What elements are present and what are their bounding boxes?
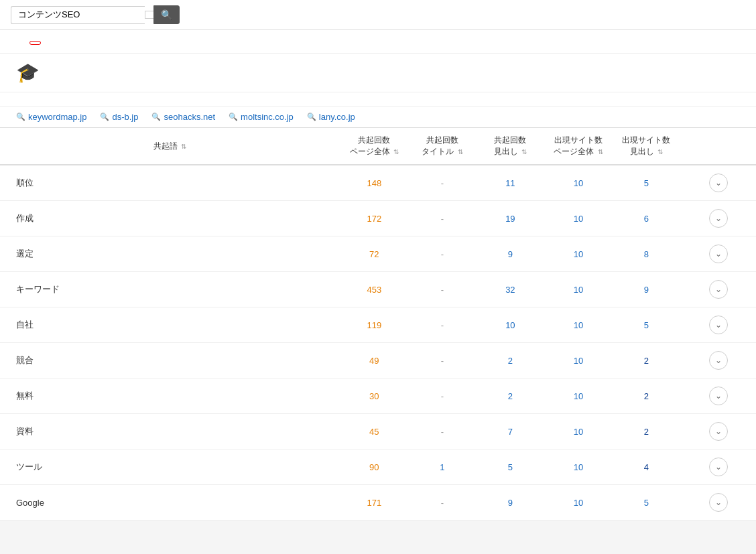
cell-keyword: 順位	[0, 165, 340, 201]
col-header-site-page[interactable]: 出現サイト数ページ全体 ⇅	[544, 128, 613, 165]
mascot-icon: 🎓	[16, 62, 40, 84]
cell-title-count: -	[408, 414, 477, 449]
cell-expand: ⌄	[680, 307, 756, 343]
cell-site-heading: 8	[613, 236, 681, 272]
expand-button[interactable]: ⌄	[709, 174, 728, 192]
table-row: ツール 90 1 5 10 4 ⌄	[0, 449, 756, 485]
cell-heading-count: 19	[477, 201, 545, 236]
cell-title-count: -	[408, 236, 477, 272]
cell-page-count: 148	[340, 165, 409, 201]
table-row: 無料 30 - 2 10 2 ⌄	[0, 378, 756, 414]
cell-keyword: Google	[0, 485, 340, 521]
table-row: Google 171 - 9 10 5 ⌄	[0, 485, 756, 521]
cell-site-heading: 2	[613, 414, 681, 449]
cell-heading-count: 10	[477, 307, 545, 343]
cell-heading-count: 9	[477, 485, 545, 521]
cell-keyword: 選定	[0, 236, 340, 272]
search-input[interactable]	[11, 6, 145, 24]
expand-button[interactable]: ⌄	[709, 351, 728, 370]
domain-tab-label: ds-b.jp	[112, 112, 138, 122]
cell-site-page: 10	[544, 343, 613, 378]
col-header-heading-count[interactable]: 共起回数見出し ⇅	[477, 128, 545, 165]
cell-page-count: 172	[340, 201, 409, 236]
table-header-row: 共起語 ⇅ 共起回数ページ全体 ⇅ 共起回数タイトル ⇅ 共起回数見出し ⇅ 出…	[0, 128, 756, 165]
col-header-site-heading[interactable]: 出現サイト数見出し ⇅	[613, 128, 681, 165]
title-area	[0, 30, 756, 54]
expand-button[interactable]: ⌄	[709, 245, 728, 263]
expand-button[interactable]: ⌄	[709, 387, 728, 405]
domain-tab-label: keywordmap.jp	[28, 112, 86, 122]
cell-page-count: 171	[340, 485, 409, 521]
cell-site-heading: 6	[613, 201, 681, 236]
cell-title-count: -	[408, 485, 477, 521]
cell-site-page: 10	[544, 272, 613, 307]
banner: 🎓	[0, 54, 756, 92]
table-container: 共起語 ⇅ 共起回数ページ全体 ⇅ 共起回数タイトル ⇅ 共起回数見出し ⇅ 出…	[0, 128, 756, 521]
cell-expand: ⌄	[680, 165, 756, 201]
search-bar: 🔍	[11, 5, 180, 24]
cell-page-count: 30	[340, 378, 409, 414]
search-clear-button[interactable]	[145, 11, 153, 19]
cell-heading-count: 2	[477, 343, 545, 378]
expand-button[interactable]: ⌄	[709, 493, 728, 512]
cell-expand: ⌄	[680, 201, 756, 236]
domain-tab-0[interactable]: 🔍keywordmap.jp	[16, 112, 86, 122]
cell-heading-count: 11	[477, 165, 545, 201]
cell-site-page: 10	[544, 165, 613, 201]
col-header-title-count[interactable]: 共起回数タイトル ⇅	[408, 128, 477, 165]
cell-page-count: 90	[340, 449, 409, 485]
expand-button[interactable]: ⌄	[709, 422, 728, 441]
cell-keyword: キーワード	[0, 272, 340, 307]
cell-site-page: 10	[544, 378, 613, 414]
cell-heading-count: 9	[477, 236, 545, 272]
table-row: 自社 119 - 10 10 5 ⌄	[0, 307, 756, 343]
cell-expand: ⌄	[680, 449, 756, 485]
info-bar	[0, 92, 756, 107]
cell-expand: ⌄	[680, 414, 756, 449]
col-header-page-count[interactable]: 共起回数ページ全体 ⇅	[340, 128, 409, 165]
cell-page-count: 45	[340, 414, 409, 449]
cell-heading-count: 5	[477, 449, 545, 485]
cell-heading-count: 7	[477, 414, 545, 449]
cell-expand: ⌄	[680, 343, 756, 378]
col-header-expand	[680, 128, 756, 165]
cell-page-count: 453	[340, 272, 409, 307]
data-table: 共起語 ⇅ 共起回数ページ全体 ⇅ 共起回数タイトル ⇅ 共起回数見出し ⇅ 出…	[0, 128, 756, 521]
table-row: キーワード 453 - 32 10 9 ⌄	[0, 272, 756, 307]
cell-title-count: 1	[408, 449, 477, 485]
cell-keyword: 競合	[0, 343, 340, 378]
cell-site-page: 10	[544, 201, 613, 236]
hit-badge	[29, 41, 41, 45]
table-row: 選定 72 - 9 10 8 ⌄	[0, 236, 756, 272]
domain-tab-label: lany.co.jp	[319, 112, 355, 122]
search-button[interactable]: 🔍	[153, 5, 180, 24]
domain-tab-1[interactable]: 🔍ds-b.jp	[100, 112, 138, 122]
cell-title-count: -	[408, 378, 477, 414]
domain-tab-2[interactable]: 🔍seohacks.net	[151, 112, 215, 122]
domain-tab-3[interactable]: 🔍moltsinc.co.jp	[229, 112, 294, 122]
cell-site-heading: 5	[613, 485, 681, 521]
cell-site-heading: 9	[613, 272, 681, 307]
cell-site-heading: 5	[613, 307, 681, 343]
cell-title-count: -	[408, 307, 477, 343]
cell-expand: ⌄	[680, 236, 756, 272]
expand-button[interactable]: ⌄	[709, 209, 728, 228]
domain-tab-label: seohacks.net	[164, 112, 215, 122]
table-row: 順位 148 - 11 10 5 ⌄	[0, 165, 756, 201]
domain-tab-4[interactable]: 🔍lany.co.jp	[307, 112, 355, 122]
cell-site-heading: 2	[613, 343, 681, 378]
cell-page-count: 119	[340, 307, 409, 343]
cell-expand: ⌄	[680, 378, 756, 414]
cell-expand: ⌄	[680, 272, 756, 307]
expand-button[interactable]: ⌄	[709, 316, 728, 334]
expand-button[interactable]: ⌄	[709, 458, 728, 476]
domain-tabs: 🔍keywordmap.jp🔍ds-b.jp🔍seohacks.net🔍molt…	[0, 107, 756, 128]
cell-site-heading: 2	[613, 378, 681, 414]
col-header-keyword[interactable]: 共起語 ⇅	[0, 128, 340, 165]
cell-page-count: 49	[340, 343, 409, 378]
expand-button[interactable]: ⌄	[709, 280, 728, 299]
table-row: 資料 45 - 7 10 2 ⌄	[0, 414, 756, 449]
cell-title-count: -	[408, 165, 477, 201]
table-row: 競合 49 - 2 10 2 ⌄	[0, 343, 756, 378]
cell-heading-count: 2	[477, 378, 545, 414]
